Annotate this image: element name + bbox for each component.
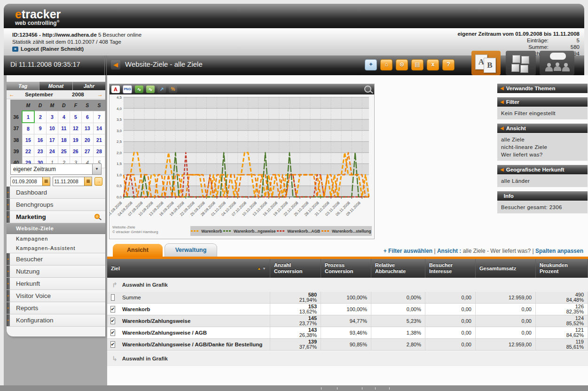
column-header-ziel[interactable]: Ziel▲▼ — [107, 259, 270, 278]
chevron-down-icon[interactable]: ▼ — [92, 164, 101, 174]
calendar-day[interactable]: 27 — [81, 146, 93, 157]
png-export-icon[interactable]: PNG — [123, 85, 132, 94]
sidebar-item-nutzung[interactable]: ▸Nutzung — [7, 266, 105, 278]
area-chart-icon[interactable]: ∿ — [135, 86, 143, 93]
column-header-prozess[interactable]: ProzessConversion — [321, 259, 371, 278]
calendar-day[interactable]: 13 — [81, 123, 93, 134]
sidebar-item-herkunft[interactable]: ▸Herkunft — [7, 278, 105, 290]
date-from-field[interactable]: 01.09.2008 ▦ — [10, 177, 50, 186]
excel-export-icon[interactable]: x — [427, 59, 439, 70]
panel-item[interactable]: nicht-lineare Ziele — [501, 143, 584, 151]
column-header-anzahl[interactable]: AnzahlConversion — [270, 259, 321, 278]
calendar-picker-icon[interactable]: ▦ — [42, 177, 50, 186]
calendar-day[interactable]: 19 — [70, 134, 81, 146]
calendar-day[interactable]: 23 — [34, 146, 46, 157]
calendar-tab-jahr[interactable]: Jahr — [73, 82, 105, 90]
panel-item[interactable]: alle Länder — [501, 177, 584, 185]
calendar-day[interactable]: 24 — [46, 146, 58, 157]
zoom-icon[interactable] — [364, 86, 371, 93]
period-select[interactable]: eigener Zeitraum ▼ — [10, 164, 102, 175]
calendar-day[interactable]: 10 — [46, 123, 58, 134]
percent-icon[interactable]: % — [169, 86, 177, 93]
calendar-day[interactable]: 6 — [81, 111, 93, 123]
calendar-day[interactable]: 16 — [34, 134, 46, 146]
panel-header-ansicht[interactable]: ◀Ansicht — [497, 124, 588, 133]
filter-select-link[interactable]: + Filter auswählen — [384, 248, 432, 254]
calendar-picker-icon[interactable]: ▦ — [84, 177, 92, 186]
apply-date-range-button[interactable]: → — [94, 177, 102, 186]
calendar-day[interactable]: 5 — [70, 111, 81, 123]
calendar-day[interactable]: 11 — [58, 123, 70, 134]
calendar-day[interactable]: 17 — [46, 134, 58, 146]
panel-header-geografische-herkunft[interactable]: ◀Geografische Herkunft — [497, 165, 588, 174]
calendar-tab-tag[interactable]: Tag — [7, 82, 39, 90]
panel-item[interactable]: Wer liefert was? — [501, 151, 584, 158]
row-checkbox[interactable]: ✔ — [110, 306, 115, 313]
pdf-export-icon[interactable]: A — [111, 86, 120, 93]
sidebar-item-konfiguration[interactable]: ▸Konfiguration — [7, 314, 105, 327]
line-chart-icon[interactable]: ∿ — [146, 86, 155, 93]
column-header-gesamtumsatz[interactable]: Gesamtumsatz — [476, 259, 536, 278]
sort-desc-icon[interactable]: ▼ — [262, 266, 266, 272]
sidebar-item-website-ziele[interactable]: Website-Ziele — [7, 223, 105, 234]
sidebar-item-dashboard[interactable]: ▸Dashboard — [7, 187, 105, 199]
date-to-field[interactable]: 11.11.2008 ▦ — [53, 177, 93, 186]
calendar-day[interactable]: 18 — [58, 134, 70, 146]
help-icon[interactable]: ? — [442, 59, 455, 70]
sidebar-item-benchgroups[interactable]: ▸Benchgroups — [7, 199, 105, 211]
home-icon[interactable]: ⌂ — [380, 59, 392, 70]
calendar-day[interactable]: 25 — [58, 146, 70, 157]
calendar-day[interactable]: 28 — [93, 146, 105, 157]
wizard-icon[interactable]: ✦ — [365, 59, 377, 70]
next-month-icon[interactable]: → — [95, 91, 105, 98]
calendar-day[interactable]: 9 — [34, 123, 46, 134]
calendar-tab-monat[interactable]: Monat — [39, 82, 72, 90]
ansicht-link[interactable]: Ansicht : — [437, 248, 461, 254]
ab-test-icon[interactable]: A B — [471, 51, 501, 75]
calendar-day[interactable]: 3 — [46, 111, 58, 123]
column-header-besucher[interactable]: BesucherInteresse — [425, 259, 476, 278]
sidebar-item-kampagnen[interactable]: Kampagnen — [7, 234, 105, 243]
logout-link[interactable]: » Logout (Rainer Schmidt) — [12, 46, 141, 53]
sort-asc-icon[interactable]: ▲ — [257, 266, 261, 272]
calendar-day[interactable]: 14 — [93, 123, 105, 134]
day-header: D — [58, 100, 70, 111]
calendar-day[interactable]: 7 — [93, 111, 105, 123]
sidebar-item-marketing[interactable]: ▸Marketing — [7, 211, 105, 223]
power-icon[interactable]: ⊙ — [396, 59, 408, 70]
prev-month-icon[interactable]: ← — [7, 91, 17, 98]
calendar-day[interactable]: 22 — [22, 146, 34, 157]
trend-icon[interactable]: ↗ — [157, 86, 166, 93]
calendar-day[interactable]: 12 — [70, 123, 81, 134]
calendar-day[interactable]: 2 — [34, 111, 46, 123]
spalten-anpassen-link[interactable]: Spalten anpassen — [535, 248, 583, 254]
calendar-day[interactable]: 20 — [81, 134, 93, 146]
column-header-neukunden[interactable]: NeukundenProzent — [536, 259, 588, 278]
row-checkbox[interactable]: ✔ — [110, 329, 115, 336]
calendar-day[interactable]: 15 — [22, 134, 34, 146]
tab-verwaltung[interactable]: Verwaltung — [165, 243, 217, 257]
column-header-relative[interactable]: RelativeAbbruchrate — [371, 259, 425, 278]
row-checkbox[interactable]: ✔ — [110, 341, 115, 348]
calendar-day[interactable]: 26 — [70, 146, 81, 157]
sidebar-item-besucher[interactable]: ▸Besucher — [7, 253, 105, 266]
sidebar-item-reports[interactable]: ▸Reports — [7, 302, 105, 314]
calendar-day[interactable]: 4 — [58, 111, 70, 123]
tab-ansicht[interactable]: Ansicht — [113, 244, 163, 257]
calendar-day[interactable]: 21 — [93, 134, 105, 146]
panel-header-filter[interactable]: ◀Filter — [497, 97, 588, 107]
calendar-day[interactable]: 1 — [22, 111, 34, 123]
printer-icon[interactable]: ▤ — [411, 59, 423, 70]
sidebar-item-visitor-voice[interactable]: ▸Visitor Voice — [7, 290, 105, 302]
back-icon[interactable]: ◀ — [111, 60, 120, 70]
nav-arrow-icon: ▸ — [7, 199, 10, 211]
row-checkbox[interactable] — [111, 294, 115, 301]
modules-icon[interactable] — [506, 51, 536, 75]
community-icon[interactable] — [540, 51, 574, 75]
panel-header-info[interactable]: Info — [497, 191, 588, 201]
panel-header-verwandte-themen[interactable]: ◀Verwandte Themen — [497, 84, 588, 93]
panel-item[interactable]: alle Ziele — [501, 136, 584, 143]
sidebar-item-kampagnen-assistent[interactable]: Kampagnen-Assistent — [7, 243, 105, 253]
calendar-day[interactable]: 8 — [22, 123, 34, 134]
row-checkbox[interactable]: ✔ — [110, 318, 115, 324]
